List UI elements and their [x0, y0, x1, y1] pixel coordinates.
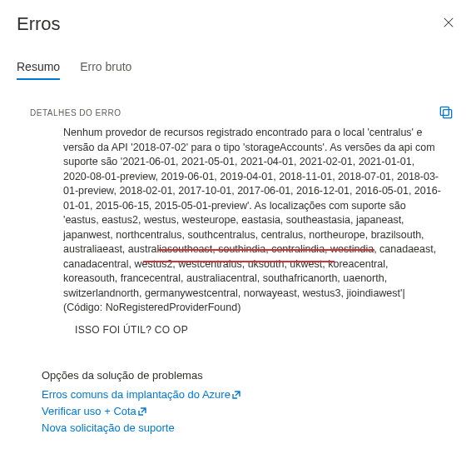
link-common-errors[interactable]: Erros comuns da implantação do Azure — [42, 388, 240, 402]
panel-title: Erros — [17, 13, 61, 35]
link-common-errors-label: Erros comuns da implantação do Azure — [42, 388, 231, 401]
error-details-heading: DETALHES DO ERRO — [30, 108, 121, 117]
feedback-prompt: ISSO FOI ÚTIL? CO OP — [75, 324, 459, 336]
external-link-icon — [138, 406, 146, 418]
error-message-text: Nenhum provedor de recursos registrado e… — [63, 127, 441, 313]
link-quota-label: Cota — [113, 405, 136, 417]
close-button[interactable] — [438, 13, 459, 34]
copy-icon — [438, 104, 454, 121]
link-check-usage-label: Verificar uso + — [42, 405, 111, 417]
svg-rect-1 — [440, 107, 449, 115]
tab-raw-error[interactable]: Erro bruto — [80, 55, 131, 80]
troubleshoot-heading: Opções da solução de problemas — [42, 369, 459, 382]
tab-bar: Resumo Erro bruto — [17, 55, 459, 81]
copy-button[interactable] — [438, 104, 454, 121]
link-check-usage[interactable]: Verificar uso + — [42, 405, 111, 417]
external-link-icon — [232, 389, 240, 402]
link-new-support-request[interactable]: Nova solicitação de suporte — [42, 422, 175, 434]
tab-summary[interactable]: Resumo — [17, 55, 60, 80]
svg-rect-0 — [444, 110, 452, 118]
troubleshoot-links: Erros comuns da implantação do Azure Ver… — [42, 388, 459, 437]
link-quota[interactable]: Cota — [113, 405, 146, 418]
error-message: Nenhum provedor de recursos registrado e… — [17, 121, 459, 316]
close-icon — [443, 17, 454, 28]
